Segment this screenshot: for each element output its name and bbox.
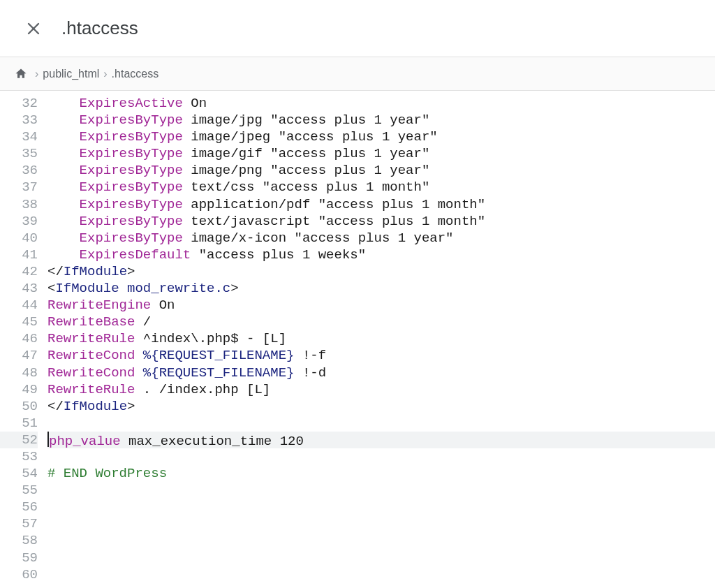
code-line[interactable]: ExpiresByType application/pdf "access pl… — [47, 196, 715, 213]
line-number: 41 — [0, 247, 38, 263]
code-editor[interactable]: 3233343536373839404142434445464748495051… — [0, 91, 715, 588]
line-number: 39 — [0, 213, 38, 230]
code-line[interactable]: RewriteCond %{REQUEST_FILENAME} !-d — [47, 365, 715, 381]
code-line[interactable]: ExpiresByType image/jpg "access plus 1 y… — [47, 112, 715, 128]
line-number: 44 — [0, 297, 38, 314]
editor-header: .htaccess — [0, 0, 715, 57]
code-line[interactable]: RewriteCond %{REQUEST_FILENAME} !-f — [47, 347, 715, 364]
line-number: 32 — [0, 95, 38, 112]
code-line[interactable]: <IfModule mod_rewrite.c> — [47, 280, 715, 297]
code-line[interactable]: ExpiresByType text/javascript "access pl… — [47, 213, 715, 230]
home-icon[interactable] — [14, 67, 28, 81]
line-number: 48 — [0, 365, 38, 381]
code-line[interactable]: # END WordPress — [47, 465, 715, 482]
code-line[interactable]: ExpiresDefault "access plus 1 weeks" — [47, 247, 715, 263]
line-number: 33 — [0, 112, 38, 128]
chevron-right-icon: › — [103, 68, 107, 80]
line-number: 60 — [0, 566, 38, 583]
gutter: 3233343536373839404142434445464748495051… — [0, 91, 47, 588]
line-number: 46 — [0, 330, 38, 347]
code-line[interactable]: ExpiresByType text/css "access plus 1 mo… — [47, 179, 715, 196]
code-line[interactable]: php_value max_execution_time 120 — [47, 432, 715, 448]
code-line[interactable]: ExpiresByType image/x-icon "access plus … — [47, 230, 715, 247]
line-number: 59 — [0, 550, 38, 566]
line-number: 57 — [0, 515, 38, 532]
code-line[interactable] — [47, 448, 715, 465]
code-line[interactable] — [47, 532, 715, 549]
line-number: 37 — [0, 179, 38, 196]
close-icon[interactable] — [25, 20, 42, 37]
line-number: 58 — [0, 532, 38, 549]
line-number: 35 — [0, 145, 38, 162]
code-line[interactable]: RewriteBase / — [47, 314, 715, 330]
code-line[interactable]: RewriteEngine On — [47, 297, 715, 314]
line-number: 51 — [0, 415, 38, 432]
code-line[interactable]: ExpiresByType image/jpeg "access plus 1 … — [47, 128, 715, 145]
line-number: 40 — [0, 230, 38, 247]
code-line[interactable]: </IfModule> — [47, 263, 715, 280]
line-number: 52 — [0, 432, 38, 448]
code-line[interactable]: ExpiresByType image/gif "access plus 1 y… — [47, 145, 715, 162]
line-number: 50 — [0, 398, 38, 415]
code-line[interactable]: ExpiresByType image/png "access plus 1 y… — [47, 162, 715, 179]
code-line[interactable]: RewriteRule . /index.php [L] — [47, 381, 715, 398]
line-number: 36 — [0, 162, 38, 179]
line-number: 34 — [0, 128, 38, 145]
code-line[interactable] — [47, 550, 715, 566]
line-number: 54 — [0, 465, 38, 482]
code-line[interactable] — [47, 415, 715, 432]
chevron-right-icon: › — [35, 68, 38, 80]
code-line[interactable]: RewriteRule ^index\.php$ - [L] — [47, 330, 715, 347]
code-line[interactable] — [47, 499, 715, 515]
line-number: 47 — [0, 347, 38, 364]
line-number: 43 — [0, 280, 38, 297]
code-area[interactable]: ExpiresActive On ExpiresByType image/jpg… — [47, 91, 715, 588]
line-number: 55 — [0, 482, 38, 499]
code-line[interactable] — [47, 515, 715, 532]
code-line[interactable] — [47, 566, 715, 583]
code-line[interactable]: </IfModule> — [47, 398, 715, 415]
line-number: 56 — [0, 499, 38, 515]
line-number: 45 — [0, 314, 38, 330]
line-number: 49 — [0, 381, 38, 398]
breadcrumb: › public_html › .htaccess — [0, 57, 715, 91]
code-line[interactable] — [47, 482, 715, 499]
breadcrumb-item[interactable]: .htaccess — [112, 68, 159, 80]
line-number: 38 — [0, 196, 38, 213]
breadcrumb-item[interactable]: public_html — [43, 68, 99, 80]
code-line[interactable]: ExpiresActive On — [47, 95, 715, 112]
line-number: 42 — [0, 263, 38, 280]
line-number: 53 — [0, 448, 38, 465]
file-title: .htaccess — [61, 17, 138, 39]
